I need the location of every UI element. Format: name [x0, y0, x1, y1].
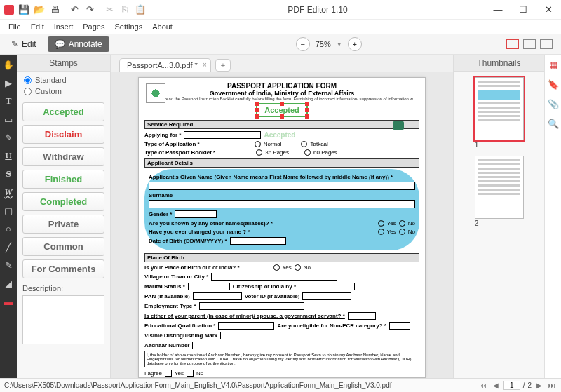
eraser-tool-icon[interactable]: ◢ [3, 278, 14, 289]
menu-file[interactable]: File [4, 21, 25, 32]
document-tab[interactable]: PassportA...3.0.pdf *× [119, 58, 211, 72]
close-button[interactable]: ✕ [536, 0, 561, 20]
attachments-icon[interactable]: 📎 [548, 98, 559, 109]
stamps-panel: Stamps Standard Custom Accepted Disclaim… [17, 55, 111, 378]
menu-settings[interactable]: Settings [110, 21, 147, 32]
tab-close-icon[interactable]: × [203, 61, 207, 69]
zoom-value: 75% [316, 40, 331, 48]
zoom-in-button[interactable]: + [348, 37, 362, 51]
agree-yes-checkbox[interactable] [165, 370, 172, 377]
description-textarea[interactable] [22, 295, 104, 344]
highlight-tool-icon[interactable]: ✎ [3, 132, 14, 143]
cut-icon[interactable]: ✂ [104, 4, 115, 15]
stamp-finished[interactable]: Finished [22, 170, 104, 189]
tool-strip: ✋ ▶ T ▭ ✎ U S W ▢ ○ ╱ ✎ ◢ ▬ [0, 55, 17, 378]
open-icon[interactable]: 📂 [34, 4, 45, 15]
emblem-icon [146, 83, 165, 103]
save-icon[interactable]: 💾 [18, 4, 29, 15]
page-total: 2 [527, 381, 532, 389]
document-area: PassportA...3.0.pdf *× + PASSPORT APPLIC… [111, 55, 453, 378]
stamp-accepted[interactable]: Accepted [22, 102, 104, 121]
workspace: ✋ ▶ T ▭ ✎ U S W ▢ ○ ╱ ✎ ◢ ▬ Stamps Stand… [0, 55, 561, 378]
minimize-button[interactable]: — [485, 0, 511, 20]
prev-page-button[interactable]: ◀ [491, 381, 501, 389]
speech-icon: 💬 [55, 39, 65, 49]
window-title: PDF Editor 1.10 [150, 5, 485, 15]
thumbnails-icon[interactable]: ▦ [548, 59, 559, 70]
stamp-withdraw[interactable]: Withdraw [22, 147, 104, 166]
view-facing-icon[interactable] [523, 39, 536, 49]
highlight-annotation[interactable]: Applicant's Given Name (Given Name means… [144, 169, 419, 250]
page-viewport[interactable]: PASSPORT APPLICATION FORM Government of … [111, 72, 453, 378]
thumbnails-panel: Thumbnails 1 2 [453, 55, 544, 378]
menu-pages[interactable]: Pages [79, 21, 109, 32]
radio-standard[interactable]: Standard [24, 76, 103, 84]
first-page-button[interactable]: ⏮ [478, 381, 488, 389]
last-page-button[interactable]: ⏭ [547, 381, 557, 389]
placed-stamp[interactable]: Accepted [256, 103, 308, 117]
zoom-controls: − 75%▼ + [296, 37, 362, 51]
section-pob: Place Of Birth [144, 253, 419, 262]
redo-icon[interactable]: ↷ [84, 4, 95, 15]
strike-tool-icon[interactable]: S [3, 168, 14, 180]
undo-icon[interactable]: ↶ [69, 4, 80, 15]
pencil-tool-icon[interactable]: ✎ [3, 259, 14, 271]
squiggly-tool-icon[interactable]: W [3, 187, 14, 198]
line-tool-icon[interactable]: ╱ [3, 241, 14, 252]
description-label: Description: [22, 284, 104, 292]
annotate-mode-button[interactable]: 💬Annotate [48, 36, 109, 52]
section-service: Service Required [144, 120, 419, 129]
underline-tool-icon[interactable]: U [3, 150, 14, 161]
bookmarks-icon[interactable]: 🔖 [548, 79, 559, 90]
menu-insert[interactable]: Insert [50, 21, 78, 32]
pdf-page[interactable]: PASSPORT APPLICATION FORM Government of … [138, 77, 426, 378]
radio-custom[interactable]: Custom [24, 87, 103, 95]
stamp-completed[interactable]: Completed [22, 192, 104, 211]
stamp-common[interactable]: Common [22, 237, 104, 256]
maximize-button[interactable]: ☐ [511, 0, 536, 20]
agree-no-checkbox[interactable] [187, 370, 194, 377]
tab-strip: PassportA...3.0.pdf *× + [111, 55, 453, 72]
statusbar: C:\Users\FX505\Downloads\PassportApplica… [0, 378, 561, 392]
app-icon [4, 5, 14, 15]
view-continuous-icon[interactable] [540, 39, 553, 49]
text-tool-icon[interactable]: T [3, 95, 14, 107]
next-page-button[interactable]: ▶ [534, 381, 544, 389]
section-applicant: Applicant Details [144, 158, 419, 168]
hand-tool-icon[interactable]: ✋ [3, 59, 14, 70]
aadhaar-consent: I, the holder of above mentioned Aadhaar… [144, 351, 419, 367]
zoom-out-button[interactable]: − [296, 37, 310, 51]
pencil-icon: ✎ [11, 39, 18, 49]
form-title: PASSPORT APPLICATION FORM [144, 82, 419, 90]
right-strip: ▦ 🔖 📎 🔍 [544, 55, 561, 378]
rect-tool-icon[interactable]: ▢ [3, 205, 14, 216]
view-single-icon[interactable] [506, 39, 519, 49]
thumb-2[interactable]: 2 [475, 156, 524, 227]
print-icon[interactable]: 🖶 [49, 4, 60, 15]
tab-add-button[interactable]: + [215, 59, 231, 72]
circle-tool-icon[interactable]: ○ [3, 223, 14, 234]
titlebar: 💾 📂 🖶 ↶ ↷ ✂ ⎘ 📋 PDF Editor 1.10 — ☐ ✕ [0, 0, 561, 20]
edit-mode-button[interactable]: ✎Edit [4, 36, 43, 52]
menu-edit[interactable]: Edit [27, 21, 48, 32]
file-path: C:\Users\FX505\Downloads\PassportApplica… [4, 381, 478, 389]
stamp-tool-icon[interactable]: ▬ [3, 296, 14, 307]
stamps-title: Stamps [17, 55, 110, 72]
copy-icon[interactable]: ⎘ [119, 4, 130, 15]
paste-icon[interactable]: 📋 [135, 4, 146, 15]
menubar: File Edit Insert Pages Settings About [0, 20, 561, 34]
comment-annotation-icon[interactable] [393, 121, 404, 130]
search-icon[interactable]: 🔍 [548, 118, 559, 129]
menu-about[interactable]: About [148, 21, 177, 32]
note-tool-icon[interactable]: ▭ [3, 114, 14, 125]
stamp-private[interactable]: Private [22, 215, 104, 234]
thumb-1[interactable]: 1 [475, 77, 524, 149]
stamp-for-comments[interactable]: For Comments [22, 259, 104, 278]
applying-for-field[interactable] [184, 131, 261, 139]
view-mode-group [506, 39, 557, 49]
arrow-tool-icon[interactable]: ▶ [3, 77, 14, 88]
stamp-disclaim[interactable]: Disclaim [22, 125, 104, 144]
page-input[interactable] [503, 381, 520, 390]
toolbar: ✎Edit 💬Annotate − 75%▼ + [0, 34, 561, 55]
form-note: Please read the Passport Instruction Boo… [144, 97, 419, 101]
